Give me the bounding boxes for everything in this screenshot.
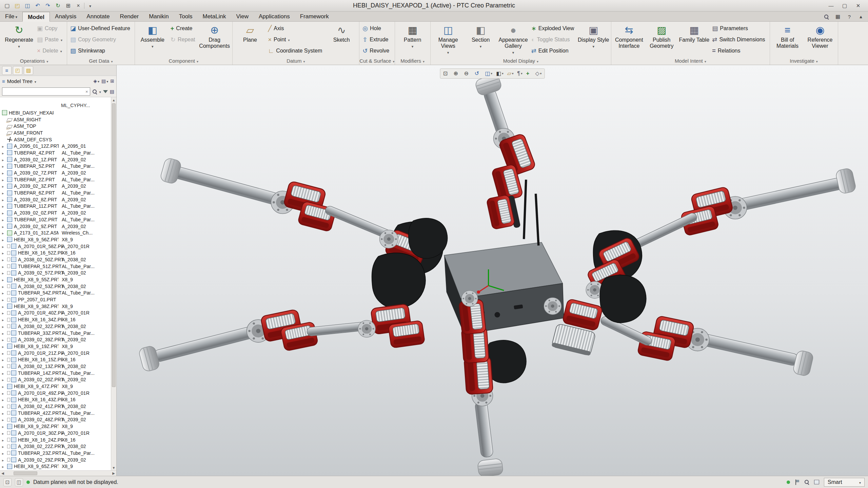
tree-item-name[interactable]: A_2039_02_57Z.PRT — [18, 270, 63, 276]
tree-row[interactable]: HEBI_X8_9_19Z.PRT X8_9 — [0, 343, 111, 350]
expand-arrow-icon[interactable] — [2, 284, 7, 289]
scroll-up-arrow[interactable]: ▲ — [111, 97, 116, 103]
tree-item-name[interactable]: A_2039_02_1Z.PRT — [14, 157, 57, 162]
plane-button[interactable]: Plane — [234, 23, 266, 43]
tree-item-name[interactable]: HEBI_X8_16_15Z.PRT — [18, 357, 63, 362]
tab-file[interactable]: File▾ — [0, 12, 22, 21]
tree-item-name[interactable]: A_2173_01_31Z.ASM — [14, 230, 59, 236]
expand-arrow-icon[interactable] — [2, 257, 7, 262]
expand-arrow-icon[interactable] — [2, 150, 7, 156]
tree-row[interactable]: A_2038_02_50Z.PRT A_2038_02 — [0, 256, 111, 263]
tree-item-name[interactable]: A_2038_02_22Z.PRT — [18, 444, 63, 449]
expand-arrow-icon[interactable] — [2, 450, 7, 456]
clear-search-icon[interactable]: × — [84, 89, 90, 94]
tree-row[interactable]: A_2070_01R_49Z.PRT A_2070_01R — [0, 390, 111, 396]
collapse-ribbon-button[interactable]: ▴ — [856, 13, 865, 21]
view-options-icon[interactable] — [110, 89, 114, 94]
paste-button[interactable]: Paste — [36, 34, 65, 45]
quick-access-button[interactable] — [43, 2, 52, 10]
tree-row[interactable]: A_2039_02_48Z.PRT A_2039_02 — [0, 416, 111, 423]
tree-row[interactable]: ASM_RIGHT — [0, 116, 111, 123]
tree-row[interactable]: A_2038_02_22Z.PRT A_2038_02 — [0, 443, 111, 450]
switch-dimensions-button[interactable]: Switch Dimensions — [711, 34, 768, 45]
expand-arrow-icon[interactable] — [2, 384, 7, 389]
tree-item-name[interactable]: TUBEPAR_23Z.PRT — [18, 450, 62, 456]
tree-item-name[interactable]: TUBEPAR_4Z.PRT — [14, 150, 55, 156]
tree-item-name[interactable]: ASM_RIGHT — [14, 117, 41, 122]
ribbon-tab[interactable]: Annotate — [81, 12, 115, 21]
tree-row[interactable]: ASM_FRONT — [0, 129, 111, 136]
tree-item-name[interactable]: ASM_TOP — [14, 123, 36, 129]
tree-row[interactable]: A_2038_02_41Z.PRT A_2038_02 — [0, 403, 111, 410]
tree-item-name[interactable]: A_2039_02_3Z.PRT — [14, 183, 57, 189]
relations-button[interactable]: Relations — [711, 45, 768, 56]
tree-row[interactable]: A_2070_01R_58Z.PRT A_2070_01R — [0, 243, 111, 250]
tree-item-name[interactable]: A_2039_02_20Z.PRT — [18, 377, 63, 382]
expand-arrow-icon[interactable] — [2, 277, 7, 282]
toolbar-button[interactable]: ▾ — [483, 69, 494, 78]
tree-row[interactable]: A_2039_02_29Z.PRT A_2039_02 — [0, 456, 111, 463]
shrinkwrap-button[interactable]: Shrinkwrap — [69, 45, 133, 56]
quick-access-button[interactable] — [3, 2, 12, 10]
tree-row[interactable]: HEBI_X8_9_55Z.PRT X8_9 — [0, 276, 111, 283]
expand-arrow-icon[interactable] — [2, 424, 7, 429]
browser-toggle-button[interactable]: ◫ — [15, 478, 23, 486]
ribbon-tab[interactable]: Analysis — [50, 12, 81, 21]
tree-row[interactable]: TUBEPAR_14Z.PRT AL_Tube_Par... — [0, 370, 111, 377]
toolbar-button[interactable]: ▾ — [525, 69, 533, 78]
tree-row[interactable]: TUBEPAR_54Z.PRT AL_Tube_Par... — [0, 290, 111, 297]
drag-components-button[interactable]: Drag Components — [199, 23, 231, 49]
help-button[interactable]: ? — [845, 13, 854, 21]
expand-arrow-icon[interactable] — [2, 163, 7, 169]
tree-item-name[interactable]: HEBI_X8_9_65Z.PRT — [14, 464, 59, 469]
expand-arrow-icon[interactable] — [2, 210, 7, 216]
scrollbar-thumb[interactable] — [14, 471, 37, 475]
assemble-button[interactable]: Assemble — [137, 23, 169, 49]
expand-arrow-icon[interactable] — [2, 197, 7, 202]
tree-row[interactable]: HEBI_X8_9_47Z.PRT X8_9 — [0, 383, 111, 390]
tree-item-name[interactable]: TUBEPAR_42Z.PRT — [18, 410, 62, 416]
tree-item-name[interactable]: TUBEPAR_10Z.PRT — [14, 217, 58, 222]
tree-row[interactable]: A_2173_01_31Z.ASM Wireless_Ch... — [0, 229, 111, 236]
tree-item-name[interactable]: HEBI_X8_16_43Z.PRT — [18, 397, 63, 402]
tree-vertical-scrollbar[interactable]: ▲ ▼ — [111, 97, 116, 470]
tree-item-name[interactable]: A_2039_02_48Z.PRT — [18, 417, 63, 422]
group-label-get-data[interactable]: Get Data — [67, 57, 135, 65]
tree-item-name[interactable]: A_2039_02_8Z.PRT — [14, 197, 57, 202]
tree-item-name[interactable]: HEBI_X8_9_38Z.PRT — [14, 304, 59, 309]
tree-row[interactable]: A_2039_02_1Z.PRT A_2039_02 — [0, 156, 111, 163]
tree-row[interactable]: TUBEPAR_6Z.PRT AL_Tube_Par... — [0, 189, 111, 196]
tree-row[interactable]: HEBI_X8_9_38Z.PRT X8_9 — [0, 303, 111, 310]
extrude-button[interactable]: Extrude — [361, 34, 392, 45]
leg-right[interactable] — [544, 275, 814, 377]
display-style-button[interactable]: Display Style — [577, 23, 609, 49]
tree-item-name[interactable]: HEBI_X8_16_34Z.PRT — [18, 317, 63, 322]
quick-access-button[interactable] — [23, 2, 32, 10]
tree-item-name[interactable]: A_2039_02_39Z.PRT — [18, 337, 63, 342]
tree-row[interactable]: TUBEPAR_42Z.PRT AL_Tube_Par... — [0, 410, 111, 416]
expand-arrow-icon[interactable] — [2, 143, 7, 149]
expand-arrow-icon[interactable] — [2, 344, 7, 349]
expand-arrow-icon[interactable] — [2, 250, 7, 256]
toolbar-button[interactable]: ▾ — [452, 69, 462, 78]
tree-item-name[interactable]: A_2095_01_12Z.PRT — [14, 143, 59, 149]
expand-arrow-icon[interactable] — [2, 437, 7, 443]
expand-arrow-icon[interactable] — [2, 157, 7, 162]
regenerate-button[interactable]: Regenerate — [3, 23, 35, 49]
group-label-model-intent[interactable]: Model Intent — [611, 57, 769, 65]
exploded-view-button[interactable]: Exploded View — [530, 23, 577, 34]
tree-settings-button[interactable] — [93, 78, 99, 84]
toolbar-button[interactable]: ▾ — [494, 69, 505, 78]
tree-item-name[interactable]: A_2039_02_9Z.PRT — [14, 224, 57, 229]
group-label-component[interactable]: Component — [135, 57, 232, 65]
expand-arrow-icon[interactable] — [2, 464, 7, 469]
tree-row[interactable]: TUBEPAR_4Z.PRT AL_Tube_Par... — [0, 149, 111, 156]
pattern-button[interactable]: Pattern — [397, 23, 429, 49]
expand-arrow-icon[interactable] — [2, 317, 7, 322]
expand-arrow-icon[interactable] — [2, 444, 7, 449]
filter-icon[interactable] — [103, 90, 108, 93]
tree-row[interactable]: HEBI_X8_9_65Z.PRT X8_9 — [0, 463, 111, 470]
parameters-button[interactable]: Parameters — [711, 23, 768, 34]
expand-arrow-icon[interactable] — [2, 397, 7, 402]
tree-item-name[interactable]: TUBEPAR_11Z.PRT — [14, 203, 57, 209]
